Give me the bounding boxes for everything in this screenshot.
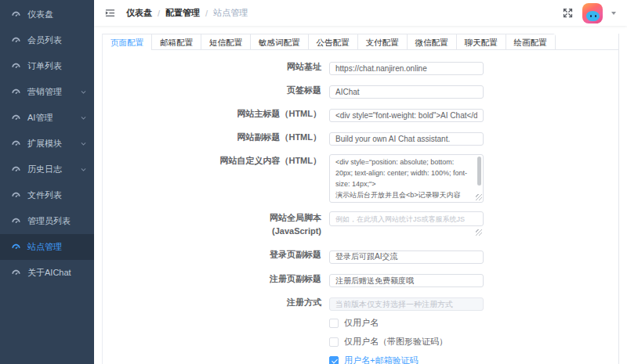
checkbox-username-email-code[interactable]: 用户名+邮箱验证码 [329,355,418,364]
sidebar-item-label: 关于AIChat [27,267,71,279]
page-config-form: 网站基址 页签标题 网站主标题（HTML） 网站副标题（HTML） [103,50,618,364]
sidebar-item-ai-management[interactable]: AI管理 [0,105,94,131]
sidebar-item-dashboard[interactable]: 仪表盘 [0,2,94,27]
sidebar-item-about[interactable]: 关于AIChat [0,260,94,286]
sidebar-item-extensions[interactable]: 扩展模块 [0,131,94,157]
tab-wechat-config[interactable]: 微信配置 [407,34,456,50]
tab-sms-config[interactable]: 短信配置 [201,34,250,50]
sidebar-item-label: 扩展模块 [27,138,62,150]
checkbox-username-only[interactable]: 仅用户名 [329,317,379,329]
tab-announcement-config[interactable]: 公告配置 [308,34,357,50]
sidebar-item-label: 管理员列表 [27,215,71,227]
main-title-label: 网站主标题（HTML） [103,107,329,122]
chevron-down-icon [80,140,87,147]
sidebar-item-label: 站点管理 [27,241,62,253]
avatar[interactable] [582,3,603,23]
main-area: 仪表盘 / 配置管理 / 站点管理 页面配置 邮箱配置 [94,0,627,364]
gauge-icon [11,61,21,71]
checkbox-checked-icon [329,356,339,364]
gauge-icon [11,164,21,175]
sub-title-label: 网站副标题（HTML） [103,131,329,146]
sidebar-item-label: AI管理 [27,112,53,124]
sidebar-item-members[interactable]: 会员列表 [0,27,94,53]
breadcrumb-separator: / [158,9,160,18]
gauge-icon [11,242,21,252]
gauge-icon [11,113,21,123]
sidebar-item-label: 营销管理 [27,86,62,98]
sidebar-item-label: 仪表盘 [27,9,53,20]
register-subtitle-label: 注册页副标题 [103,272,329,288]
tab-chat-config[interactable]: 聊天配置 [456,34,506,50]
gauge-icon [11,268,21,278]
custom-content-textarea[interactable]: <div style="position: absolute; bottom: … [329,154,484,203]
custom-content-label: 网站自定义内容（HTML） [103,154,329,203]
tab-payment-config[interactable]: 支付配置 [357,34,407,50]
fullscreen-icon[interactable] [562,7,574,19]
sidebar-item-label: 历史日志 [27,164,62,175]
chevron-down-icon [80,88,87,96]
global-script-label: 网站全局脚本 (JavaScript) [103,211,329,238]
sidebar-item-label: 订单列表 [27,60,62,72]
site-url-label: 网站基址 [103,60,329,75]
register-mode-input [329,297,484,311]
resize-handle-icon[interactable] [476,194,482,200]
sidebar-item-orders[interactable]: 订单列表 [0,53,94,79]
login-subtitle-input[interactable] [329,250,484,264]
main-title-input[interactable] [329,109,484,122]
sidebar-item-label: 文件列表 [27,189,62,201]
tab-sensitive-words-config[interactable]: 敏感词配置 [250,34,308,50]
gauge-icon [11,216,21,226]
topbar: 仪表盘 / 配置管理 / 站点管理 [94,0,627,26]
gauge-icon [11,139,21,149]
sidebar: 仪表盘 会员列表 订单列表 营销管理 AI管理 扩展模块 历史日志 [0,0,94,364]
breadcrumb-site-management: 站点管理 [213,7,248,19]
checkbox-icon [329,319,339,328]
breadcrumb: 仪表盘 / 配置管理 / 站点管理 [126,7,248,19]
register-options-group: 仅用户名 仅用户名（带图形验证码） 用户名+ [329,317,618,364]
sidebar-item-site-management[interactable]: 站点管理 [0,234,94,260]
tab-title-input[interactable] [329,85,484,99]
app-root: 仪表盘 会员列表 订单列表 营销管理 AI管理 扩展模块 历史日志 [0,0,627,364]
gauge-icon [11,35,21,45]
sidebar-item-label: 会员列表 [27,34,62,46]
gauge-icon [11,87,21,97]
hamburger-icon[interactable] [104,7,116,19]
tab-drawing-config[interactable]: 绘画配置 [506,34,555,50]
resize-handle-icon[interactable] [476,229,482,236]
sidebar-item-admins[interactable]: 管理员列表 [0,208,94,234]
gauge-icon [11,9,21,20]
register-subtitle-input[interactable] [329,274,484,287]
checkbox-icon [329,337,339,347]
global-script-textarea[interactable] [329,211,484,226]
caret-down-icon[interactable] [611,12,616,15]
sidebar-item-history-logs[interactable]: 历史日志 [0,157,94,182]
tab-title-label: 页签标题 [103,84,329,99]
topbar-right [562,3,616,23]
tab-page-config[interactable]: 页面配置 [103,34,151,50]
breadcrumb-separator: / [205,9,208,18]
tab-email-config[interactable]: 邮箱配置 [151,34,201,50]
sidebar-item-files[interactable]: 文件列表 [0,182,94,208]
register-mode-label: 注册方式 [103,296,329,311]
breadcrumb-config-management[interactable]: 配置管理 [165,7,200,19]
chevron-down-icon [80,166,87,173]
sub-title-input[interactable] [329,132,484,146]
chevron-down-icon [80,114,87,121]
sidebar-item-marketing[interactable]: 营销管理 [0,79,94,105]
checkbox-username-captcha[interactable]: 仅用户名（带图形验证码） [329,336,448,348]
breadcrumb-dashboard[interactable]: 仪表盘 [126,7,152,19]
gauge-icon [11,190,21,200]
login-subtitle-label: 登录页副标题 [103,248,329,264]
tab-nav: 页面配置 邮箱配置 短信配置 敏感词配置 公告配置 支付配置 微信配置 聊天配置… [103,34,556,50]
site-url-input[interactable] [329,62,484,75]
settings-card: 页面配置 邮箱配置 短信配置 敏感词配置 公告配置 支付配置 微信配置 聊天配置… [102,34,619,364]
content: 页面配置 邮箱配置 短信配置 敏感词配置 公告配置 支付配置 微信配置 聊天配置… [94,26,627,364]
textarea-scrollbar[interactable] [477,157,481,186]
tab-bar: 页面配置 邮箱配置 短信配置 敏感词配置 公告配置 支付配置 微信配置 聊天配置… [103,34,618,50]
